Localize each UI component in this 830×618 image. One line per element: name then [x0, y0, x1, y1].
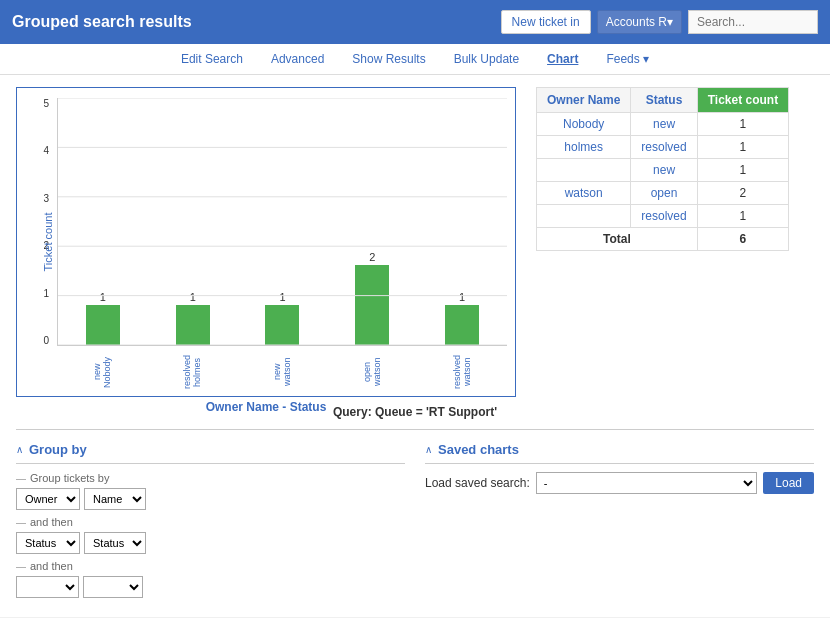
- col-header-owner: Owner Name: [537, 88, 631, 113]
- saved-search-select[interactable]: -: [536, 472, 758, 494]
- bar-2-label: 1: [190, 291, 196, 303]
- bar-group-1: 1: [86, 291, 120, 345]
- header-actions: New ticket in Accounts R▾: [501, 10, 818, 34]
- section-divider: [16, 429, 814, 430]
- bar-5: [445, 305, 479, 345]
- count-cell: 1: [697, 205, 788, 228]
- x-labels: Nobodynew holmesresolved watsonnew watso…: [57, 348, 507, 396]
- y-tick-4: 4: [43, 145, 53, 156]
- data-table-container: Owner Name Status Ticket count Nobody ne…: [536, 87, 789, 397]
- table-row: new 1: [537, 159, 789, 182]
- bar-3-label: 1: [279, 291, 285, 303]
- group-row3-select1[interactable]: Owner Status: [16, 576, 79, 598]
- total-row: Total 6: [537, 228, 789, 251]
- bar-2: [176, 305, 210, 345]
- results-table: Owner Name Status Ticket count Nobody ne…: [536, 87, 789, 251]
- y-tick-5: 5: [43, 98, 53, 109]
- new-ticket-button[interactable]: New ticket in: [501, 10, 591, 34]
- x-label-3: watsonnew: [272, 350, 292, 394]
- col-header-status: Status: [631, 88, 697, 113]
- page-title: Grouped search results: [12, 13, 192, 31]
- group-row1-select2[interactable]: Name Status: [84, 488, 146, 510]
- x-label-5: watsonresolved: [452, 350, 472, 394]
- owner-cell: [537, 159, 631, 182]
- table-row: Nobody new 1: [537, 113, 789, 136]
- y-tick-0: 0: [43, 335, 53, 346]
- group-by-title: Group by: [29, 442, 87, 457]
- bar-group-2: 1: [176, 291, 210, 345]
- table-row: resolved 1: [537, 205, 789, 228]
- owner-cell: holmes: [537, 136, 631, 159]
- bar-chart: 5 4 3 2 1 0 Ticket count: [16, 87, 516, 397]
- bar-1: [86, 305, 120, 345]
- group-by-header: ∧ Group by: [16, 442, 405, 464]
- count-cell: 2: [697, 182, 788, 205]
- nav-bulk-update[interactable]: Bulk Update: [450, 50, 523, 68]
- bar-5-label: 1: [459, 291, 465, 303]
- x-label-2: holmesresolved: [182, 350, 202, 394]
- status-cell: resolved: [631, 205, 697, 228]
- bar-group-5: 1: [445, 291, 479, 345]
- bar-group-3: 1: [265, 291, 299, 345]
- status-cell: new: [631, 113, 697, 136]
- nav-show-results[interactable]: Show Results: [348, 50, 429, 68]
- nav-bar: Edit Search Advanced Show Results Bulk U…: [0, 44, 830, 75]
- bottom-panels: ∧ Group by — Group tickets by Owner Stat…: [16, 442, 814, 604]
- chart-section: 5 4 3 2 1 0 Ticket count: [16, 87, 814, 397]
- owner-cell: [537, 205, 631, 228]
- count-cell: 1: [697, 136, 788, 159]
- nav-feeds[interactable]: Feeds ▾: [602, 50, 653, 68]
- and-then-1: — and then: [16, 516, 405, 528]
- x-label-4: watsonopen: [362, 350, 382, 394]
- table-row: holmes resolved 1: [537, 136, 789, 159]
- group-row3-select2[interactable]: Name: [83, 576, 143, 598]
- x-axis-title: Owner Name - Status: [17, 400, 515, 414]
- group-row2-select1[interactable]: Status Owner Queue: [16, 532, 80, 554]
- main-content: 5 4 3 2 1 0 Ticket count: [0, 75, 830, 617]
- y-tick-3: 3: [43, 193, 53, 204]
- status-cell: resolved: [631, 136, 697, 159]
- count-cell: 1: [697, 159, 788, 182]
- accounts-button[interactable]: Accounts R▾: [597, 10, 682, 34]
- app-header: Grouped search results New ticket in Acc…: [0, 0, 830, 44]
- group-row-3: Owner Status Name: [16, 576, 405, 598]
- search-input[interactable]: [688, 10, 818, 34]
- table-row: watson open 2: [537, 182, 789, 205]
- group-row1-select1[interactable]: Owner Status Queue: [16, 488, 80, 510]
- saved-charts-row: Load saved search: - Load: [425, 472, 814, 494]
- owner-cell: watson: [537, 182, 631, 205]
- load-button[interactable]: Load: [763, 472, 814, 494]
- bar-1-label: 1: [100, 291, 106, 303]
- collapse-icon[interactable]: ∧: [16, 444, 23, 455]
- nav-edit-search[interactable]: Edit Search: [177, 50, 247, 68]
- saved-charts-header: ∧ Saved charts: [425, 442, 814, 464]
- saved-charts-collapse-icon[interactable]: ∧: [425, 444, 432, 455]
- status-cell: new: [631, 159, 697, 182]
- group-row2-select2[interactable]: Status Name: [84, 532, 146, 554]
- nav-chart[interactable]: Chart: [543, 50, 582, 68]
- col-header-count: Ticket count: [697, 88, 788, 113]
- x-label-1: Nobodynew: [92, 350, 112, 394]
- group-tickets-label: — Group tickets by: [16, 472, 405, 484]
- bar-group-4: 2: [355, 251, 389, 345]
- group-row-1: Owner Status Queue Name Status: [16, 488, 405, 510]
- saved-charts-title: Saved charts: [438, 442, 519, 457]
- group-row-2: Status Owner Queue Status Name: [16, 532, 405, 554]
- count-cell: 1: [697, 113, 788, 136]
- group-by-panel: ∧ Group by — Group tickets by Owner Stat…: [16, 442, 405, 604]
- bars-area: 1 1 1 2: [57, 98, 507, 346]
- y-axis-label: Ticket count: [42, 213, 54, 272]
- bar-4-label: 2: [369, 251, 375, 263]
- bar-3: [265, 305, 299, 345]
- load-saved-label: Load saved search:: [425, 476, 530, 490]
- saved-charts-panel: ∧ Saved charts Load saved search: - Load: [425, 442, 814, 604]
- and-then-2: — and then: [16, 560, 405, 572]
- total-count: 6: [697, 228, 788, 251]
- status-cell: open: [631, 182, 697, 205]
- nav-advanced[interactable]: Advanced: [267, 50, 328, 68]
- y-tick-1: 1: [43, 288, 53, 299]
- bar-4: [355, 265, 389, 345]
- total-label: Total: [537, 228, 698, 251]
- owner-cell: Nobody: [537, 113, 631, 136]
